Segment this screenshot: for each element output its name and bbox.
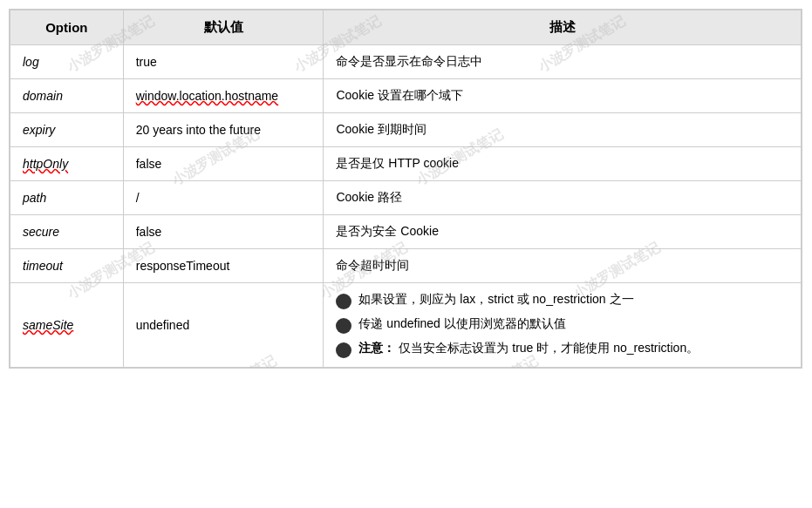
cell-description: Cookie 设置在哪个域下: [324, 79, 802, 113]
list-item-text: 注意： 仅当安全标志设置为 true 时，才能使用 no_restriction…: [358, 341, 699, 356]
options-table: Option 默认值 描述 logtrue命令是否显示在命令日志中domainw…: [10, 10, 802, 368]
cell-description: 如果设置，则应为 lax，strict 或 no_restriction 之一传…: [324, 283, 802, 368]
list-item-text: 传递 undefined 以使用浏览器的默认值: [358, 316, 565, 332]
cell-default: 20 years into the future: [123, 113, 324, 147]
cell-description: Cookie 到期时间: [324, 113, 802, 147]
cell-default: false: [123, 147, 324, 181]
table-row: sameSiteundefined如果设置，则应为 lax，strict 或 n…: [10, 283, 802, 368]
cell-option: timeout: [10, 249, 124, 283]
header-default: 默认值: [123, 10, 324, 45]
cell-description: 是否为安全 Cookie: [324, 215, 802, 249]
cell-default: responseTimeout: [123, 249, 324, 283]
cell-option: sameSite: [10, 283, 124, 368]
list-item: 传递 undefined 以使用浏览器的默认值: [336, 316, 788, 334]
table-row: logtrue命令是否显示在命令日志中: [10, 45, 802, 79]
cell-option: log: [10, 45, 124, 79]
table-header-row: Option 默认值 描述: [10, 10, 802, 45]
header-option: Option: [10, 10, 124, 45]
cell-default: window.location.hostname: [123, 79, 324, 113]
table-row: timeoutresponseTimeout命令超时时间: [10, 249, 802, 283]
cell-description: 命令是否显示在命令日志中: [324, 45, 802, 79]
bullet-icon: [336, 342, 351, 358]
cell-default: false: [123, 215, 324, 249]
cell-option: httpOnly: [10, 147, 124, 181]
table-row: securefalse是否为安全 Cookie: [10, 215, 802, 249]
cell-description: 命令超时时间: [324, 249, 802, 283]
table-row: domainwindow.location.hostnameCookie 设置在…: [10, 79, 802, 113]
header-description: 描述: [324, 10, 802, 45]
cell-option: path: [10, 181, 124, 215]
bullet-icon: [336, 294, 351, 309]
cell-default: undefined: [123, 283, 324, 368]
cell-option: secure: [10, 215, 124, 249]
cell-default: /: [123, 181, 324, 215]
main-table-container: 小波罗测试笔记 小波罗测试笔记 小波罗测试笔记 小波罗测试笔记 小波罗测试笔记 …: [9, 9, 802, 369]
cell-description: 是否是仅 HTTP cookie: [324, 147, 802, 181]
cell-description: Cookie 路径: [324, 181, 802, 215]
list-item-text: 如果设置，则应为 lax，strict 或 no_restriction 之一: [358, 292, 633, 308]
cell-default: true: [123, 45, 324, 79]
cell-option: expiry: [10, 113, 124, 147]
table-row: httpOnlyfalse是否是仅 HTTP cookie: [10, 147, 802, 181]
table-row: path/Cookie 路径: [10, 181, 802, 215]
table-row: expiry20 years into the futureCookie 到期时…: [10, 113, 802, 147]
bullet-icon: [336, 318, 351, 334]
list-item: 如果设置，则应为 lax，strict 或 no_restriction 之一: [336, 292, 788, 309]
cell-option: domain: [10, 79, 124, 113]
list-item: 注意： 仅当安全标志设置为 true 时，才能使用 no_restriction…: [336, 341, 788, 358]
